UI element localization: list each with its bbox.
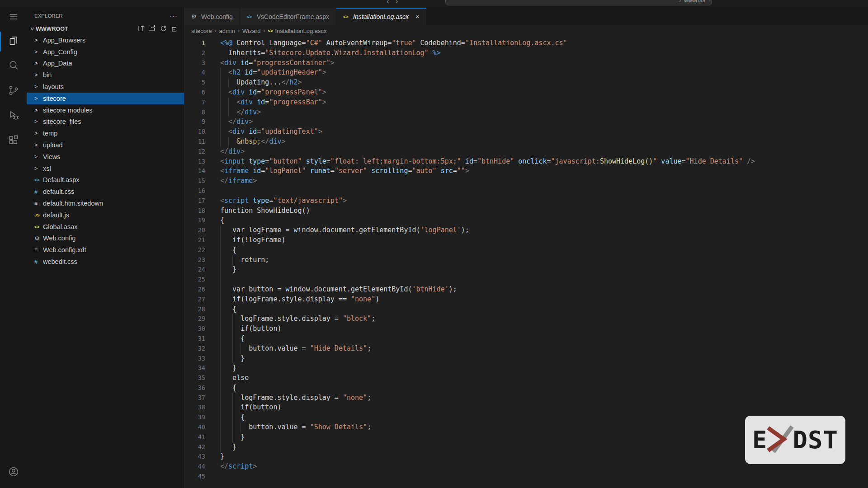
breadcrumb-item-wizard[interactable]: Wizard xyxy=(242,28,260,34)
history-nav-arrows[interactable]: ‹› xyxy=(387,0,404,6)
breadcrumb-item-admin[interactable]: admin xyxy=(219,28,235,34)
gear-icon: ⚙ xyxy=(191,13,198,20)
chevron-right-icon: > xyxy=(34,84,42,90)
code-line-34[interactable]: 34 } xyxy=(184,363,868,373)
code-line-22[interactable]: 22 { xyxy=(184,245,868,255)
forward-icon[interactable]: › xyxy=(396,0,405,5)
tab-web-config[interactable]: ⚙Web.config xyxy=(184,8,240,25)
code-line-1[interactable]: 1<%@ Control Language="C#" AutoEventWire… xyxy=(184,38,868,48)
code-line-33[interactable]: 33 } xyxy=(184,354,868,364)
tree-item-default-aspx[interactable]: <>Default.aspx xyxy=(27,174,184,186)
code-line-6[interactable]: 6 <div id="progressPanel"> xyxy=(184,88,868,98)
tree-item-label: webedit.css xyxy=(42,258,77,265)
sidebar-item-explorer[interactable] xyxy=(0,31,27,52)
breadcrumb-item-installationlog-ascx[interactable]: <>InstallationLog.ascx xyxy=(268,28,326,34)
code-line-29[interactable]: 29 logFrame.style.display = "block"; xyxy=(184,314,868,324)
code-line-35[interactable]: 35 else xyxy=(184,373,868,383)
tree-item-layouts[interactable]: >layouts xyxy=(27,81,184,93)
code-line-17[interactable]: 17<script type="text/javascript"> xyxy=(184,196,868,206)
code-line-21[interactable]: 21 if(!logFrame) xyxy=(184,235,868,245)
code-line-25[interactable]: 25 xyxy=(184,275,868,285)
tree-item-web-config[interactable]: ⚙Web.config xyxy=(27,233,184,244)
line-number: 6 xyxy=(184,88,205,98)
tree-item-default-css[interactable]: #default.css xyxy=(27,186,184,197)
code-line-27[interactable]: 27 if(logFrame.style.display == "none") xyxy=(184,295,868,305)
code-line-32[interactable]: 32 button.value = "Hide Details"; xyxy=(184,344,868,354)
tree-item-label: sitecore modules xyxy=(42,107,93,114)
code-line-4[interactable]: 4 <h2 id="updatingHeader"> xyxy=(184,68,868,78)
line-number: 17 xyxy=(184,196,205,206)
tab-installationlog-ascx[interactable]: <>InstallationLog.ascx× xyxy=(336,8,427,25)
sidebar-item-source-control[interactable] xyxy=(0,80,27,102)
indent-guide xyxy=(220,235,221,245)
code-line-content: </script> xyxy=(220,462,257,472)
collapse-folders-icon[interactable] xyxy=(171,25,178,33)
code-line-37[interactable]: 37 logFrame.style.display = "none"; xyxy=(184,393,868,403)
code-line-20[interactable]: 20 var logFrame = window.document.getEle… xyxy=(184,225,868,235)
code-line-3[interactable]: 3<div id="progressContainer"> xyxy=(184,58,868,68)
code-line-10[interactable]: 10 <div id="updatingText"> xyxy=(184,127,868,137)
tree-item-default-htm-sitedown[interactable]: ≡default.htm.sitedown xyxy=(27,197,184,209)
code-line-24[interactable]: 24 } xyxy=(184,265,868,275)
js-icon: JS xyxy=(34,212,42,217)
new-file-icon[interactable] xyxy=(137,25,144,33)
tree-item-default-js[interactable]: JSdefault.js xyxy=(27,209,184,221)
code-line-13[interactable]: 13<input type="button" style="float: lef… xyxy=(184,157,868,167)
code-line-36[interactable]: 36 { xyxy=(184,383,868,393)
code-line-12[interactable]: 12</div> xyxy=(184,147,868,157)
code-line-5[interactable]: 5 Updating...</h2> xyxy=(184,78,868,88)
tree-item-webedit-css[interactable]: #webedit.css xyxy=(27,256,184,267)
tree-item-sitecore[interactable]: >sitecore xyxy=(27,93,184,104)
tree-item-app-data[interactable]: >App_Data xyxy=(27,58,184,70)
line-number: 39 xyxy=(184,413,205,422)
code-line-11[interactable]: 11 &nbsp;</div> xyxy=(184,137,868,147)
tree-item-views[interactable]: >Views xyxy=(27,151,184,163)
code-line-26[interactable]: 26 var button = window.document.getEleme… xyxy=(184,285,868,295)
command-center-searchbox[interactable]: ›wwwroot xyxy=(445,0,712,5)
code-line-45[interactable]: 45 xyxy=(184,472,868,482)
tree-item-web-config-xdt[interactable]: ≡Web.config.xdt xyxy=(27,244,184,256)
code-line-7[interactable]: 7 <div id="progressBar"> xyxy=(184,98,868,108)
tree-item-temp[interactable]: >temp xyxy=(27,127,184,139)
tree-item-upload[interactable]: >upload xyxy=(27,139,184,151)
chevron-right-icon: › xyxy=(212,28,219,34)
line-number: 9 xyxy=(184,117,205,127)
code-line-15[interactable]: 15</iframe> xyxy=(184,176,868,186)
tree-item-global-asax[interactable]: <>Global.asax xyxy=(27,221,184,233)
code-line-2[interactable]: 2 Inherits="Sitecore.Update.Wizard.Insta… xyxy=(184,48,868,58)
code-line-28[interactable]: 28 { xyxy=(184,305,868,314)
tab-vscodeeditorframe-aspx[interactable]: <>VsCodeEditorFrame.aspx xyxy=(240,8,336,25)
tree-item-bin[interactable]: >bin xyxy=(27,69,184,81)
sidebar-item-run-debug[interactable] xyxy=(0,105,27,127)
sidebar-item-search[interactable] xyxy=(0,56,27,77)
breadcrumb-item-sitecore[interactable]: sitecore xyxy=(191,28,212,34)
tree-item-xsl[interactable]: >xsl xyxy=(27,163,184,174)
close-icon[interactable]: × xyxy=(415,13,420,20)
tree-item-app-config[interactable]: >App_Config xyxy=(27,46,184,58)
tree-item-sitecore-files[interactable]: >sitecore_files xyxy=(27,116,184,128)
code-line-8[interactable]: 8 </div> xyxy=(184,108,868,117)
tree-item-sitecore-modules[interactable]: >sitecore modules xyxy=(27,104,184,116)
code-line-38[interactable]: 38 if(button) xyxy=(184,403,868,413)
explorer-more-actions-button[interactable]: ··· xyxy=(170,12,178,19)
tree-root-wwwroot[interactable]: > WWWROOT xyxy=(27,23,184,34)
code-line-19[interactable]: 19{ xyxy=(184,216,868,225)
tree-item-app-browsers[interactable]: >App_Browsers xyxy=(27,34,184,46)
code-line-16[interactable]: 16 xyxy=(184,186,868,196)
menu-button[interactable] xyxy=(0,8,27,28)
code-line-9[interactable]: 9 </div> xyxy=(184,117,868,127)
code-line-content: </iframe> xyxy=(220,176,257,186)
code-line-30[interactable]: 30 if(button) xyxy=(184,324,868,334)
code-line-18[interactable]: 18function ShowHideLog() xyxy=(184,206,868,216)
code-line-31[interactable]: 31 { xyxy=(184,334,868,344)
sidebar-item-extensions[interactable] xyxy=(0,130,27,152)
indent-guide xyxy=(232,334,233,344)
new-folder-icon[interactable] xyxy=(148,25,156,33)
chevron-right-icon: > xyxy=(34,165,42,172)
back-icon[interactable]: ‹ xyxy=(387,0,396,5)
code-line-23[interactable]: 23 return; xyxy=(184,255,868,265)
refresh-icon[interactable] xyxy=(160,25,167,33)
code-line-14[interactable]: 14<iframe id="logPanel" runat="server" s… xyxy=(184,166,868,176)
account-button[interactable] xyxy=(0,462,27,483)
tab-label: Web.config xyxy=(201,13,233,20)
